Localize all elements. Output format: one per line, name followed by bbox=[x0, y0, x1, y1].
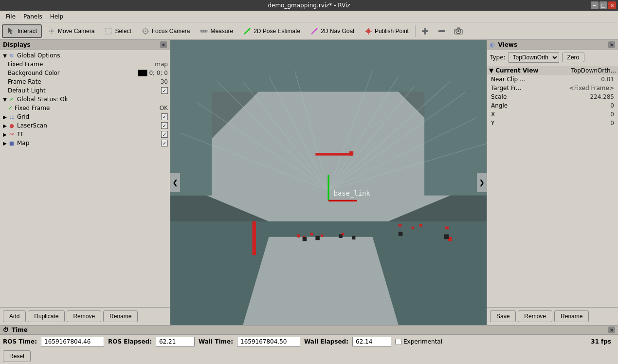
viewport-canvas[interactable]: base_link ❮ ❯ bbox=[170, 40, 487, 325]
target-frame-value: <Fixed Frame> bbox=[569, 85, 614, 91]
close-button[interactable]: ✕ bbox=[608, 1, 616, 9]
tf-row[interactable]: ▶ ⚯ TF ✓ bbox=[0, 130, 170, 139]
grid-expand[interactable]: ▶ bbox=[2, 114, 8, 120]
laserscan-expand[interactable]: ▶ bbox=[2, 123, 8, 128]
views-save-button[interactable]: Save bbox=[490, 310, 516, 322]
measure-button[interactable]: Measure bbox=[195, 24, 237, 38]
toolbar: Interact Move Camera Select bbox=[0, 22, 618, 40]
select-button[interactable]: Select bbox=[100, 24, 135, 38]
y-row: Y 0 bbox=[487, 119, 618, 127]
fixed-frame-row[interactable]: Fixed Frame map bbox=[0, 60, 170, 69]
global-status-expand[interactable]: ▼ bbox=[2, 96, 8, 102]
views-header: ◐ Views ✕ bbox=[487, 40, 618, 50]
map-checkbox[interactable]: ✓ bbox=[161, 140, 168, 146]
views-remove-button[interactable]: Remove bbox=[518, 310, 552, 322]
svg-point-19 bbox=[457, 30, 459, 32]
time-footer: Reset bbox=[0, 348, 618, 364]
background-color-row[interactable]: Background Color 0; 0; 0 bbox=[0, 69, 170, 77]
fixed-frame-status-check: ✓ bbox=[8, 105, 13, 111]
focus-camera-label: Focus Camera bbox=[152, 28, 190, 35]
ros-time-label: ROS Time: bbox=[3, 338, 37, 345]
2d-pose-button[interactable]: 2D Pose Estimate bbox=[238, 24, 305, 38]
default-light-checkbox[interactable]: ✓ bbox=[161, 87, 168, 94]
tf-checkbox[interactable]: ✓ bbox=[161, 131, 168, 138]
zero-button[interactable]: Zero bbox=[562, 53, 585, 62]
tf-expand[interactable]: ▶ bbox=[2, 131, 8, 137]
menu-file[interactable]: File bbox=[2, 12, 19, 21]
menu-panels[interactable]: Panels bbox=[19, 12, 46, 21]
interact-button[interactable]: Interact bbox=[2, 24, 42, 38]
reset-button[interactable]: Reset bbox=[3, 350, 31, 362]
focus-camera-button[interactable]: Focus Camera bbox=[137, 24, 195, 38]
target-frame-label: Target Fr... bbox=[491, 85, 569, 91]
current-view-header[interactable]: ▼ Current View TopDownOrth... bbox=[487, 66, 618, 75]
clock-icon: ⏱ bbox=[3, 327, 9, 333]
rename-button[interactable]: Rename bbox=[103, 310, 138, 322]
add-button[interactable]: Add bbox=[3, 310, 26, 322]
publish-point-button[interactable]: Publish Point bbox=[360, 24, 413, 38]
map-row[interactable]: ▶ ■ Map ✓ bbox=[0, 139, 170, 147]
point-icon bbox=[364, 27, 373, 36]
global-options-row[interactable]: ▼ ⚙ Global Options bbox=[0, 51, 170, 60]
nav-arrow-right[interactable]: ❯ bbox=[477, 173, 487, 192]
scale-value: 224.285 bbox=[590, 93, 614, 100]
select-icon bbox=[104, 27, 113, 36]
camera-button[interactable] bbox=[451, 24, 466, 38]
status-ok-icon: ✓ bbox=[8, 95, 16, 103]
views-title: Views bbox=[498, 41, 517, 48]
frame-rate-row[interactable]: Frame Rate 30 bbox=[0, 77, 170, 86]
minimize-button[interactable]: ─ bbox=[591, 1, 599, 9]
y-label: Y bbox=[491, 120, 610, 127]
global-options-label: Global Options bbox=[17, 52, 168, 59]
displays-header: Displays ✕ bbox=[0, 40, 170, 50]
titlebar: demo_gmapping.rviz* - RViz ─ □ ✕ bbox=[0, 0, 618, 11]
move-camera-label: Move Camera bbox=[58, 28, 94, 35]
grid-checkbox[interactable]: ✓ bbox=[161, 113, 168, 120]
angle-row: Angle 0 bbox=[487, 101, 618, 110]
near-clip-label: Near Clip ... bbox=[491, 76, 601, 83]
menu-help[interactable]: Help bbox=[46, 12, 67, 21]
global-options-expand[interactable]: ▼ bbox=[2, 53, 8, 58]
svg-rect-44 bbox=[315, 153, 352, 155]
map-icon: ■ bbox=[8, 139, 16, 147]
map-expand[interactable]: ▶ bbox=[2, 140, 8, 146]
nav-arrow-left[interactable]: ❮ bbox=[170, 173, 180, 192]
window-controls[interactable]: ─ □ ✕ bbox=[591, 1, 616, 9]
grid-row[interactable]: ▶ ☷ Grid ✓ bbox=[0, 112, 170, 121]
type-select[interactable]: TopDownOrth bbox=[509, 52, 559, 63]
viewport[interactable]: base_link ❮ ❯ bbox=[170, 40, 487, 325]
views-rename-button[interactable]: Rename bbox=[554, 310, 589, 322]
interact-label: Interact bbox=[18, 28, 37, 35]
map-label: Map bbox=[17, 140, 161, 146]
plus-icon: ➕ bbox=[421, 27, 430, 36]
camera-icon bbox=[454, 27, 463, 36]
pose-icon bbox=[243, 27, 252, 36]
color-swatch[interactable] bbox=[138, 70, 147, 76]
plus-button[interactable]: ➕ bbox=[418, 24, 433, 38]
2d-pose-label: 2D Pose Estimate bbox=[254, 28, 300, 35]
laserscan-checkbox[interactable]: ✓ bbox=[161, 122, 168, 129]
svg-rect-62 bbox=[315, 236, 320, 240]
frame-rate-label: Frame Rate bbox=[8, 78, 161, 85]
move-camera-button[interactable]: Move Camera bbox=[43, 24, 99, 38]
views-close-button[interactable]: ✕ bbox=[608, 41, 615, 48]
fixed-frame-value: map bbox=[155, 61, 168, 68]
default-light-row[interactable]: Default Light ✓ bbox=[0, 86, 170, 95]
svg-rect-55 bbox=[321, 235, 323, 237]
minus-icon: ➖ bbox=[437, 27, 446, 36]
svg-rect-61 bbox=[303, 237, 307, 241]
maximize-button[interactable]: □ bbox=[600, 1, 607, 9]
remove-button[interactable]: Remove bbox=[67, 310, 101, 322]
svg-rect-65 bbox=[399, 232, 403, 236]
time-close-button[interactable]: ✕ bbox=[608, 327, 615, 333]
duplicate-button[interactable]: Duplicate bbox=[28, 310, 65, 322]
svg-text:base_link: base_link bbox=[334, 189, 371, 198]
global-status-row[interactable]: ▼ ✓ Global Status: Ok bbox=[0, 95, 170, 104]
minus-button[interactable]: ➖ bbox=[434, 24, 450, 38]
2d-nav-button[interactable]: 2D Nav Goal bbox=[306, 24, 359, 38]
laserscan-row[interactable]: ▶ ● LaserScan ✓ bbox=[0, 121, 170, 130]
default-light-label: Default Light bbox=[8, 87, 161, 94]
experimental-checkbox[interactable] bbox=[395, 339, 401, 345]
displays-close-button[interactable]: ✕ bbox=[160, 41, 167, 48]
svg-rect-50 bbox=[419, 224, 422, 226]
